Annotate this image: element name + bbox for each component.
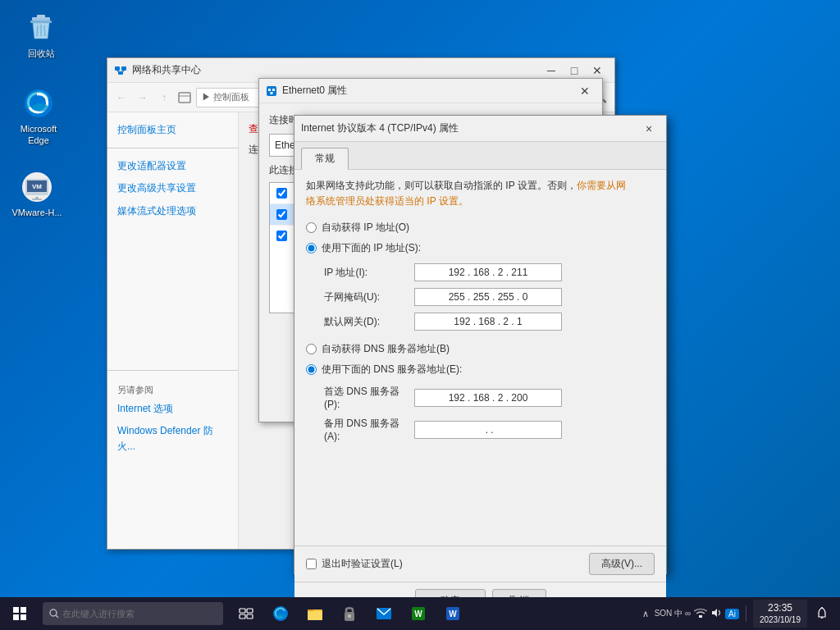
notification-icon bbox=[816, 607, 828, 620]
taskview-button[interactable] bbox=[230, 597, 262, 630]
svg-line-30 bbox=[56, 615, 58, 618]
sidebar-item-media[interactable]: 媒体流式处理选项 bbox=[107, 200, 238, 222]
auto-ip-row: 自动获得 IP 地址(O) bbox=[306, 221, 655, 235]
auto-dns-label[interactable]: 自动获得 DNS 服务器地址(B) bbox=[322, 342, 450, 356]
ip-fields-group: IP 地址(I): 子网掩码(U): 默认网关(D): bbox=[324, 263, 655, 331]
tcp-close-button[interactable]: × bbox=[638, 120, 660, 138]
alternate-dns-label: 备用 DNS 服务器(A): bbox=[324, 417, 414, 442]
sidebar-item-sharing[interactable]: 更改高级共享设置 bbox=[107, 177, 238, 199]
svg-text:W: W bbox=[449, 609, 457, 619]
subnet-label: 子网掩码(U): bbox=[324, 290, 414, 304]
search-input-field[interactable] bbox=[62, 609, 217, 619]
taskbar-app7-icon: W bbox=[445, 605, 461, 622]
taskbar-edge-button[interactable] bbox=[264, 597, 297, 630]
manual-dns-label[interactable]: 使用下面的 DNS 服务器地址(E): bbox=[322, 363, 462, 377]
eth-title-text: Ethernet0 属性 bbox=[282, 84, 574, 98]
sidebar-item-internet-options[interactable]: Internet 选项 bbox=[107, 398, 238, 420]
svg-rect-38 bbox=[308, 611, 322, 620]
vmware-icon: VM bbox=[21, 171, 53, 203]
clock-date: 2023/10/19 bbox=[760, 614, 801, 626]
net-sidebar: 控制面板主页 更改适配器设置 更改高级共享设置 媒体流式处理选项 另请参阅 In… bbox=[107, 112, 239, 549]
sidebar-item-adapter[interactable]: 更改适配器设置 bbox=[107, 155, 238, 177]
manual-ip-row: 使用下面的 IP 地址(S): bbox=[306, 241, 655, 255]
svg-rect-23 bbox=[272, 89, 275, 91]
manual-dns-row: 使用下面的 DNS 服务器地址(E): bbox=[306, 363, 655, 377]
manual-ip-label[interactable]: 使用下面的 IP 地址(S): bbox=[322, 241, 421, 255]
forward-button[interactable]: → bbox=[134, 89, 152, 107]
sidebar-item-controlpanel[interactable]: 控制面板主页 bbox=[107, 119, 238, 141]
subnet-input[interactable] bbox=[414, 288, 562, 306]
taskbar-security-icon bbox=[343, 605, 356, 622]
taskbar-clock[interactable]: 23:35 2023/10/19 bbox=[753, 600, 807, 628]
taskbar-app6-icon: W bbox=[410, 605, 427, 622]
svg-point-36 bbox=[276, 614, 286, 619]
svg-line-2 bbox=[37, 25, 38, 36]
systray-expand-button[interactable]: ∧ bbox=[640, 609, 651, 619]
tcp-ipv4-dialog: Internet 协议版本 4 (TCP/IPv4) 属性 × 常规 如果网络支… bbox=[294, 115, 667, 574]
svg-rect-33 bbox=[240, 614, 245, 619]
net-window-controls[interactable]: ─ □ ✕ bbox=[541, 62, 608, 80]
svg-rect-12 bbox=[32, 199, 42, 200]
taskbar-explorer-button[interactable] bbox=[299, 597, 331, 630]
gateway-input[interactable] bbox=[414, 313, 562, 331]
net-window-minimize[interactable]: ─ bbox=[541, 62, 562, 80]
taskbar-divider bbox=[746, 605, 746, 622]
net-window-close[interactable]: ✕ bbox=[587, 62, 608, 80]
tcp-titlebar[interactable]: Internet 协议版本 4 (TCP/IPv4) 属性 × bbox=[294, 116, 666, 142]
tcp-description: 如果网络支持此功能，则可以获取自动指派的 IP 设置。否则，你需要从网 络系统管… bbox=[306, 178, 655, 209]
taskbar-edge-icon bbox=[272, 605, 289, 622]
ip-address-label: IP 地址(I): bbox=[324, 266, 414, 280]
desktop-icon-edge[interactable]: Microsoft Edge bbox=[10, 84, 67, 150]
volume-icon[interactable] bbox=[710, 607, 722, 620]
net-window-maximize[interactable]: □ bbox=[564, 62, 585, 80]
taskbar-app7-button[interactable]: W bbox=[436, 597, 469, 630]
advanced-button[interactable]: 高级(V)... bbox=[589, 553, 655, 575]
net-window-icon bbox=[114, 64, 127, 77]
ip-address-input[interactable] bbox=[414, 263, 562, 281]
start-button[interactable] bbox=[0, 597, 39, 630]
notification-button[interactable] bbox=[810, 597, 833, 630]
eth-window-controls[interactable]: ✕ bbox=[574, 82, 596, 100]
auto-ip-label[interactable]: 自动获得 IP 地址(O) bbox=[322, 221, 409, 235]
eth-icon bbox=[266, 85, 277, 97]
edge-label: Microsoft Edge bbox=[21, 123, 57, 147]
search-icon bbox=[49, 609, 59, 619]
exit-validate-row: 退出时验证设置(L) bbox=[306, 557, 589, 571]
svg-text:W: W bbox=[414, 609, 422, 619]
manual-dns-radio[interactable] bbox=[306, 364, 317, 375]
exit-validate-label[interactable]: 退出时验证设置(L) bbox=[322, 557, 403, 571]
taskbar-security-button[interactable] bbox=[333, 597, 366, 630]
desktop-icon-vmware[interactable]: VM VMware-H... bbox=[8, 167, 66, 221]
taskbar-mail-button[interactable] bbox=[368, 597, 400, 630]
eth-titlebar[interactable]: Ethernet0 属性 ✕ bbox=[259, 79, 602, 103]
auto-dns-row: 自动获得 DNS 服务器地址(B) bbox=[306, 342, 655, 356]
auto-dns-radio[interactable] bbox=[306, 344, 317, 354]
address-path: ▶ 控制面板 bbox=[202, 91, 249, 103]
vmware-label: VMware-H... bbox=[11, 207, 62, 218]
svg-rect-28 bbox=[21, 614, 26, 620]
dns-radio-group: 自动获得 DNS 服务器地址(B) 使用下面的 DNS 服务器地址(E): bbox=[306, 342, 655, 377]
desktop-icon-recycle[interactable]: 回收站 bbox=[12, 8, 70, 62]
alternate-dns-input[interactable] bbox=[414, 421, 562, 439]
back-button[interactable]: ← bbox=[112, 89, 130, 107]
svg-point-29 bbox=[50, 609, 57, 616]
svg-line-4 bbox=[44, 25, 45, 36]
network-icon[interactable] bbox=[694, 607, 707, 620]
exit-validate-checkbox[interactable] bbox=[306, 559, 317, 569]
taskbar-app6-button[interactable]: W bbox=[402, 597, 435, 630]
tab-general[interactable]: 常规 bbox=[301, 148, 349, 170]
taskbar-search-box[interactable] bbox=[43, 602, 223, 625]
taskview-icon bbox=[239, 608, 253, 619]
up-button[interactable]: ↑ bbox=[155, 89, 173, 107]
auto-ip-radio[interactable] bbox=[306, 222, 317, 233]
svg-point-49 bbox=[821, 607, 823, 609]
svg-rect-34 bbox=[247, 614, 253, 619]
taskbar-mail-icon bbox=[376, 607, 392, 620]
svg-rect-21 bbox=[267, 86, 276, 96]
sidebar-item-defender[interactable]: Windows Defender 防火... bbox=[107, 420, 238, 458]
manual-ip-radio[interactable] bbox=[306, 243, 317, 253]
preferred-dns-input[interactable] bbox=[414, 389, 562, 407]
desktop: 回收站 Microsoft Edge VM VMware-H... bbox=[0, 0, 840, 630]
eth-close-button[interactable]: ✕ bbox=[574, 82, 596, 100]
ai-notification-badge[interactable]: Ai bbox=[725, 609, 739, 619]
